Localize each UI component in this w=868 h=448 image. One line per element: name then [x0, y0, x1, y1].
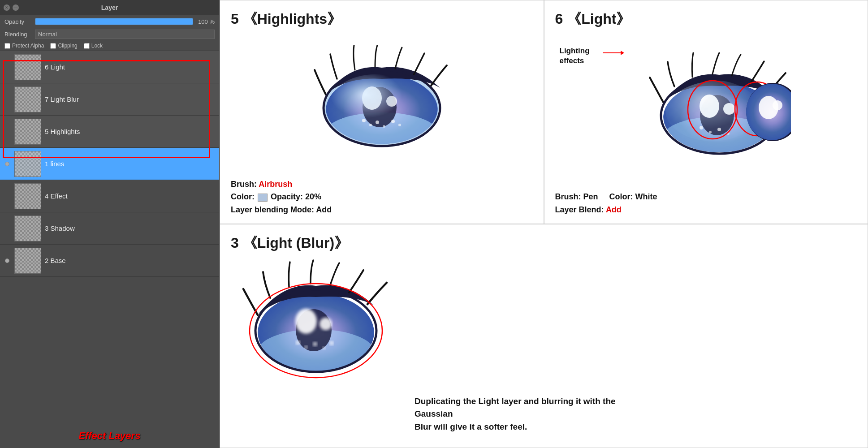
- layer-name: 6 Light: [45, 63, 216, 71]
- layer-list: 6 Light7 Light Blur5 Highlights1 lines4 …: [0, 51, 219, 448]
- svg-point-14: [330, 74, 420, 133]
- layer-item-layer-6[interactable]: 6 Light: [0, 51, 219, 83]
- light-eye-illustration: Lightingeffects: [555, 33, 857, 187]
- light-blur-cell: 3 《Light (Blur)》: [220, 224, 868, 448]
- svg-point-42: [313, 342, 317, 346]
- light-title: 6 《Light》: [555, 9, 857, 29]
- close-icon[interactable]: ✕: [4, 4, 10, 11]
- layer-thumbnail: [14, 151, 41, 177]
- panel-title: Layer: [101, 4, 118, 11]
- blend-mode-label: Layer blending Mode: Add: [231, 205, 332, 214]
- light-blur-description: Duplicating the Light layer and blurring…: [415, 395, 639, 441]
- layer-thumbnail: [14, 86, 41, 112]
- svg-point-41: [304, 345, 308, 349]
- brush-value: Airbrush: [259, 180, 292, 189]
- highlights-eye-illustration: [231, 33, 533, 174]
- color-swatch: [258, 194, 268, 202]
- blend-value-r: Add: [606, 205, 622, 214]
- layer-item-layer-1[interactable]: 1 lines: [0, 148, 219, 180]
- svg-point-39: [320, 318, 332, 330]
- layer-thumbnail: [14, 215, 41, 241]
- blending-row: Blending Normal: [0, 28, 219, 41]
- layer-item-layer-5[interactable]: 5 Highlights: [0, 116, 219, 148]
- layer-thumbnail: [14, 119, 41, 145]
- layer-name: 1 lines: [45, 160, 216, 168]
- brush-label: Brush:: [231, 180, 259, 189]
- svg-point-43: [322, 346, 326, 350]
- svg-point-44: [329, 341, 334, 345]
- layer-item-layer-7[interactable]: 7 Light Blur: [0, 83, 219, 116]
- highlights-cell: 5 《Highlights》: [220, 0, 544, 224]
- svg-point-38: [295, 309, 317, 334]
- light-blur-eye-illustration: [231, 257, 401, 391]
- layer-item-layer-2[interactable]: 2 Base: [0, 245, 219, 277]
- highlights-title: 5 《Highlights》: [231, 9, 533, 29]
- layer-thumbnail: [14, 54, 41, 80]
- effect-layers-label: Effect Layers: [79, 430, 141, 442]
- svg-point-32: [773, 100, 782, 110]
- protect-alpha-checkbox[interactable]: Protect Alpha: [4, 43, 44, 49]
- layer-name: 5 Highlights: [45, 128, 216, 135]
- minimize-icon[interactable]: —: [13, 4, 19, 11]
- light-blur-eye-svg: [231, 257, 401, 391]
- light-cell: 6 《Light》 Lightingeffects: [544, 0, 868, 224]
- visibility-dot[interactable]: [4, 162, 11, 166]
- blending-dropdown[interactable]: Normal: [35, 30, 215, 39]
- visibility-indicator: [5, 258, 9, 263]
- opacity-row: Opacity 100 %: [0, 15, 219, 28]
- opacity-value: 100 %: [197, 18, 215, 25]
- highlights-info: Brush: Airbrush Color: Opacity: 20% Laye…: [231, 178, 533, 216]
- layer-panel: ✕ — Layer Opacity 100 % Blending Normal …: [0, 0, 220, 448]
- layer-name: 2 Base: [45, 257, 216, 264]
- checkboxes-row: Protect Alpha Clipping Lock: [0, 41, 219, 51]
- svg-point-40: [296, 340, 300, 345]
- opacity-slider[interactable]: [35, 18, 193, 25]
- opacity-fill: [35, 18, 193, 25]
- lock-checkbox[interactable]: Lock: [84, 43, 103, 49]
- layer-name: 3 Shadow: [45, 224, 216, 232]
- lighting-text: Lightingeffects: [560, 46, 600, 66]
- panel-titlebar: ✕ — Layer: [0, 0, 219, 15]
- color-label: Color:: [231, 192, 257, 201]
- layer-thumbnail: [14, 183, 41, 209]
- light-info: Brush: Pen Color: White Layer Blend: Add: [555, 190, 857, 216]
- light-eye-svg: [621, 52, 791, 168]
- visibility-indicator: [5, 162, 9, 166]
- clipping-checkbox[interactable]: Clipping: [50, 43, 77, 49]
- highlights-eye-svg: [306, 45, 458, 162]
- layer-name: 7 Light Blur: [45, 95, 216, 103]
- opacity-label: Opacity: [4, 18, 31, 25]
- visibility-dot[interactable]: [4, 258, 11, 263]
- brush-label-r: Brush: Pen Color: White: [555, 192, 657, 201]
- light-blur-title: 3 《Light (Blur)》: [231, 233, 401, 253]
- blending-label: Blending: [4, 31, 31, 38]
- layer-item-layer-3[interactable]: 3 Shadow: [0, 212, 219, 245]
- layer-name: 4 Effect: [45, 192, 216, 200]
- window-controls: ✕ —: [4, 4, 19, 11]
- right-panel: 5 《Highlights》: [220, 0, 868, 448]
- layer-item-layer-4[interactable]: 4 Effect: [0, 180, 219, 212]
- blend-label-r: Layer Blend:: [555, 205, 606, 214]
- opacity-info: Opacity: 20%: [268, 192, 321, 201]
- layer-thumbnail: [14, 248, 41, 274]
